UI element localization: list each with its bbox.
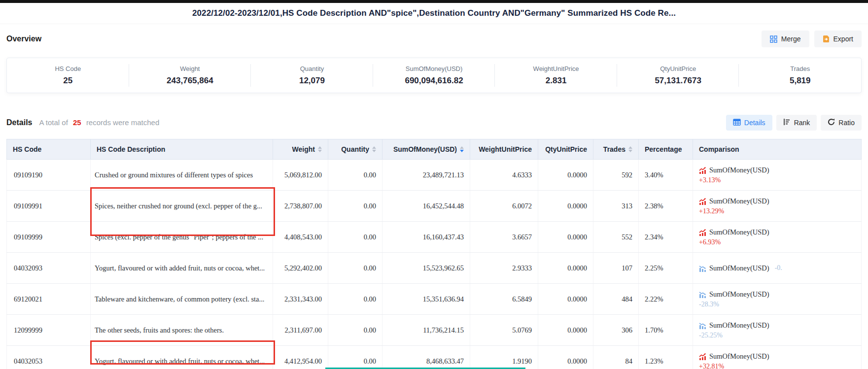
table-row[interactable]: 09109991Spices, neither crushed nor grou… — [7, 191, 862, 222]
merge-button[interactable]: Merge — [762, 31, 809, 47]
tab-ratio[interactable]: Ratio — [821, 115, 862, 131]
cell-weight_unit_price: 6.5849 — [470, 284, 538, 315]
table-row[interactable]: 12099999The other seeds, fruits and spor… — [7, 315, 862, 346]
comparison-cell: SumOfMoney(USD)+3.13% — [693, 160, 862, 191]
comparison-cell: SumOfMoney(USD)-25.25% — [693, 315, 862, 346]
stat-value: 690,094,616.82 — [405, 76, 463, 86]
table-body: 09109190Crushed or ground mixtures of di… — [7, 160, 862, 369]
cell-percentage: 2.25% — [639, 253, 693, 284]
cell-percentage: 1.70% — [639, 315, 693, 346]
column-header-hs_code: HS Code — [7, 139, 91, 160]
page-title: 2022/12/02-2023/12/01,HS Code Descriptio… — [192, 8, 676, 18]
sort-caret-icon[interactable] — [318, 146, 322, 152]
comparison-metric-label: SumOfMoney(USD) — [709, 166, 769, 174]
comparison-change-value: +32.81% — [699, 363, 724, 369]
tab-details[interactable]: Details — [726, 115, 772, 131]
comparison-cell: SumOfMoney(USD)-28.3% — [693, 284, 862, 315]
cell-percentage: 1.23% — [639, 346, 693, 369]
sort-caret-icon[interactable] — [372, 146, 376, 152]
overview-stat: Weight 243,765,864 — [129, 58, 251, 93]
column-header-trades[interactable]: Trades — [593, 139, 639, 160]
column-header-sum_of_money[interactable]: SumOfMoney(USD) — [382, 139, 470, 160]
cell-weight: 5,069,812.00 — [273, 160, 328, 191]
stat-label: Trades — [790, 65, 810, 72]
comparison-metric-label: SumOfMoney(USD) — [709, 197, 769, 205]
cell-description: Spices, neither crushed nor ground (excl… — [91, 191, 273, 222]
overview-stat: WeightUnitPrice 2.831 — [495, 58, 617, 93]
tab-rank-label: Rank — [794, 119, 810, 127]
stat-label: SumOfMoney(USD) — [406, 65, 463, 72]
column-label: Percentage — [645, 145, 682, 153]
tab-details-label: Details — [744, 119, 765, 127]
cell-description: Spices (excl. pepper of the genus "Piper… — [91, 222, 273, 253]
table-row[interactable]: 69120021Tableware and kitchenware, of co… — [7, 284, 862, 315]
cell-weight: 4,408,543.00 — [273, 222, 328, 253]
cell-weight: 4,412,954.00 — [273, 346, 328, 369]
comparison-cell: SumOfMoney(USD)+6.93% — [693, 222, 862, 253]
comparison-metric-label: SumOfMoney(USD) — [709, 321, 769, 330]
comparison-metric-label: SumOfMoney(USD) — [709, 352, 769, 361]
cell-weight_unit_price: 2.9333 — [470, 253, 538, 284]
stat-value: 25 — [63, 76, 72, 86]
tab-ratio-label: Ratio — [838, 119, 855, 127]
cell-quantity: 0.00 — [328, 284, 382, 315]
cell-sum_of_money: 11,736,214.15 — [382, 315, 470, 346]
cell-quantity: 0.00 — [328, 191, 382, 222]
stat-value: 2.831 — [546, 76, 567, 86]
cell-weight_unit_price: 3.6657 — [470, 222, 538, 253]
cell-description: Tableware and kitchenware, of common pot… — [91, 284, 273, 315]
cell-percentage: 2.38% — [639, 191, 693, 222]
overview-stat: Quantity 12,079 — [251, 58, 373, 93]
records-summary: A total of 25 records were matched — [39, 118, 159, 127]
cell-weight_unit_price: 5.0769 — [470, 315, 538, 346]
stat-label: HS Code — [55, 65, 81, 72]
details-table-icon — [733, 119, 741, 127]
stat-value: 243,765,864 — [167, 76, 213, 86]
cell-weight: 2,311,697.00 — [273, 315, 328, 346]
cell-trades: 592 — [593, 160, 639, 191]
column-label: Trades — [603, 145, 625, 153]
table-row[interactable]: 09109190Crushed or ground mixtures of di… — [7, 160, 862, 191]
tab-rank[interactable]: Rank — [776, 115, 817, 131]
stat-value: 57,131.7673 — [655, 76, 701, 86]
sort-caret-icon[interactable] — [628, 146, 632, 152]
comparison-change-value: +3.13% — [699, 176, 721, 184]
table-row[interactable]: 04032093Yogurt, flavoured or with added … — [7, 253, 862, 284]
title-bar: 2022/12/02-2023/12/01,HS Code Descriptio… — [0, 3, 868, 24]
merge-grid-icon — [770, 35, 777, 43]
column-label: HS Code — [13, 145, 41, 153]
cell-trades: 552 — [593, 222, 639, 253]
overview-stat: QtyUnitPrice 57,131.7673 — [617, 58, 739, 93]
record-count: 25 — [73, 118, 81, 127]
sort-caret-icon[interactable] — [460, 146, 464, 152]
column-header-quantity[interactable]: Quantity — [328, 139, 382, 160]
cell-weight_unit_price: 4.6333 — [470, 160, 538, 191]
overview-actions: Merge Export — [762, 31, 862, 47]
column-label: HS Code Description — [97, 145, 165, 153]
table-row[interactable]: 04032053Yogurt, flavoured or with added … — [7, 346, 862, 369]
column-header-qty_unit_price: QtyUnitPrice — [538, 139, 593, 160]
cell-qty_unit_price: 0.0000 — [538, 160, 593, 191]
comparison-metric-label: SumOfMoney(USD) — [709, 264, 769, 272]
cell-sum_of_money: 23,489,721.13 — [382, 160, 470, 191]
column-label: Comparison — [699, 145, 739, 153]
export-button[interactable]: Export — [814, 31, 862, 47]
stat-label: Quantity — [300, 65, 324, 72]
cell-hs_code: 12099999 — [7, 315, 91, 346]
overview-header: Overview Merge Export — [6, 29, 862, 49]
comparison-metric-label: SumOfMoney(USD) — [709, 228, 769, 236]
comparison-metric-label: SumOfMoney(USD) — [709, 290, 769, 299]
cell-trades: 313 — [593, 191, 639, 222]
table-row[interactable]: 09109999Spices (excl. pepper of the genu… — [7, 222, 862, 253]
stat-label: QtyUnitPrice — [660, 65, 696, 72]
overview-stat: Trades 5,819 — [739, 58, 861, 93]
column-header-weight[interactable]: Weight — [273, 139, 328, 160]
cell-trades: 84 — [593, 346, 639, 369]
comparison-cell: SumOfMoney(USD)+13.29% — [693, 191, 862, 222]
cell-description: Crushed or ground mixtures of different … — [91, 160, 273, 191]
export-file-icon — [823, 35, 830, 43]
cell-description: Yogurt, flavoured or with added fruit, n… — [91, 253, 273, 284]
details-heading: Details — [6, 118, 32, 127]
column-header-weight_unit_price: WeightUnitPrice — [470, 139, 538, 160]
cell-description: Yogurt, flavoured or with added fruit, n… — [91, 346, 273, 369]
